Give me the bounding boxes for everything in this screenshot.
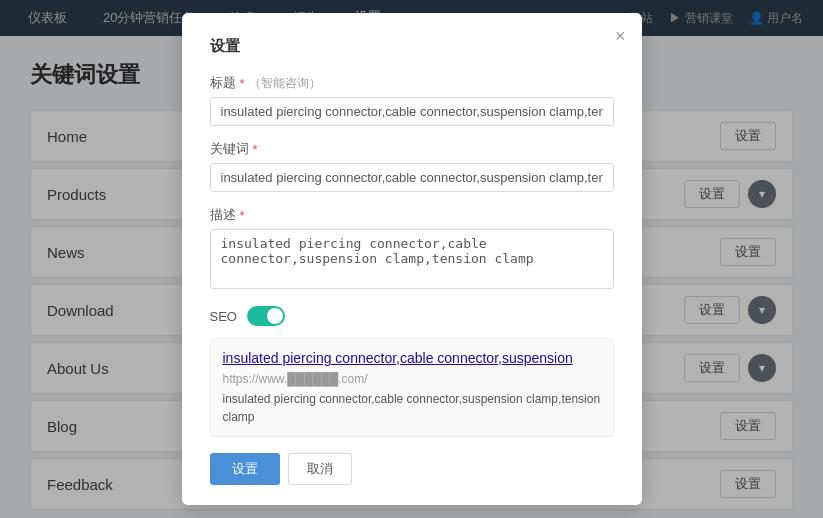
settings-modal: 设置 × 标题 * （智能咨询） 关键词 * 描述 * insulat: [182, 13, 642, 505]
seo-preview-url: https://www.██████.com/: [223, 372, 601, 386]
seo-row: SEO: [210, 306, 614, 326]
modal-overlay[interactable]: 设置 × 标题 * （智能咨询） 关键词 * 描述 * insulat: [0, 0, 823, 518]
description-form-group: 描述 * insulated piercing connector,cable …: [210, 206, 614, 292]
modal-confirm-button[interactable]: 设置: [210, 453, 280, 485]
title-label: 标题 * （智能咨询）: [210, 74, 614, 92]
seo-preview: insulated piercing connector,cable conne…: [210, 338, 614, 437]
modal-footer: 设置 取消: [210, 453, 614, 485]
keyword-input[interactable]: [210, 163, 614, 192]
seo-toggle[interactable]: [247, 306, 285, 326]
title-input[interactable]: [210, 97, 614, 126]
description-label: 描述 *: [210, 206, 614, 224]
description-required: *: [240, 208, 245, 223]
keyword-label: 关键词 *: [210, 140, 614, 158]
title-hint: （智能咨询）: [249, 75, 321, 92]
title-required: *: [240, 76, 245, 91]
modal-close-button[interactable]: ×: [615, 27, 626, 45]
title-form-group: 标题 * （智能咨询）: [210, 74, 614, 126]
seo-label: SEO: [210, 309, 237, 324]
seo-preview-title[interactable]: insulated piercing connector,cable conne…: [223, 349, 601, 369]
description-textarea[interactable]: insulated piercing connector,cable conne…: [210, 229, 614, 289]
modal-cancel-button[interactable]: 取消: [288, 453, 352, 485]
keyword-required: *: [253, 142, 258, 157]
seo-preview-description: insulated piercing connector,cable conne…: [223, 390, 601, 426]
keyword-form-group: 关键词 *: [210, 140, 614, 192]
modal-title: 设置: [210, 37, 614, 56]
